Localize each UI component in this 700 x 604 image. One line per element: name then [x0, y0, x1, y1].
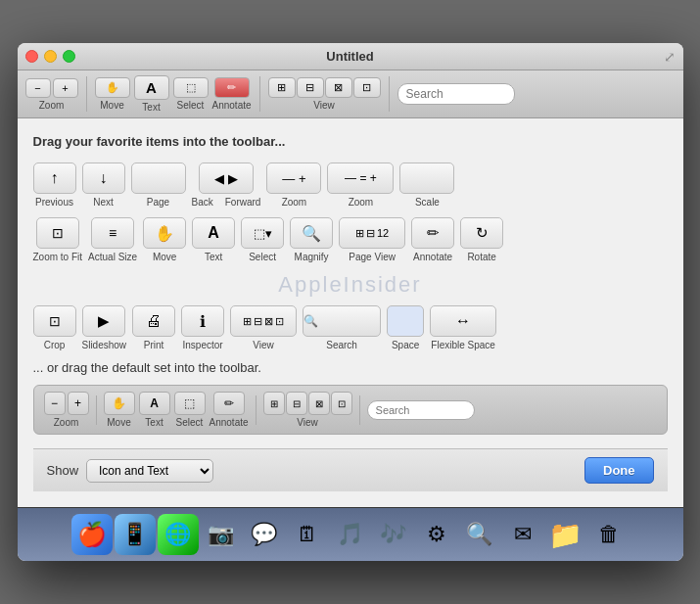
item-inspector[interactable]: ℹ Inspector: [181, 305, 224, 350]
item-zoom-full[interactable]: — = + Zoom: [327, 163, 394, 208]
move-toolbar-btn[interactable]: ✋: [95, 77, 130, 98]
toolbar-group-move: ✋ Move: [95, 77, 130, 111]
item-slideshow[interactable]: ▶ Slideshow: [82, 305, 127, 350]
annotate-toolbar-label: Annotate: [212, 100, 252, 111]
dock-icon-safari[interactable]: 🌐: [158, 514, 199, 555]
search-input[interactable]: [397, 83, 515, 105]
dock-icon-calendar[interactable]: 🗓: [287, 514, 328, 555]
item-flexible-space[interactable]: ↔ Flexible Space: [430, 305, 496, 350]
view-1-toolbar-btn[interactable]: ⊞: [268, 77, 296, 98]
item-search[interactable]: 🔍 Search: [303, 305, 381, 350]
dock-icon-photos[interactable]: 📷: [201, 514, 242, 555]
select-toolbar-label: Select: [177, 100, 205, 111]
bottom-bar: Show Icon and Text Icon Only Text Only D…: [33, 448, 668, 491]
item-move[interactable]: ✋ Move: [143, 217, 186, 262]
dock-icon-folder[interactable]: 📁: [545, 514, 586, 555]
minimize-button[interactable]: [44, 50, 57, 63]
default-view-2-btn[interactable]: ⊟: [286, 392, 307, 415]
item-magnify[interactable]: 🔍 Magnify: [290, 217, 333, 262]
item-scale[interactable]: Scale: [399, 163, 454, 208]
default-group-annotate: ✏ Annotate: [210, 392, 249, 428]
item-print[interactable]: 🖨 Print: [132, 305, 175, 350]
text-toolbar-btn[interactable]: A: [134, 75, 169, 100]
default-sep-3: [359, 395, 360, 425]
item-zoom-minus-plus[interactable]: — + Zoom: [266, 163, 321, 208]
item-annotate[interactable]: ✏ Annotate: [411, 217, 454, 262]
zoom-toolbar-label: Zoom: [39, 100, 65, 111]
show-select[interactable]: Icon and Text Icon Only Text Only: [86, 459, 213, 483]
toolbar-group-view: ⊞ ⊟ ⊠ ⊡ View: [268, 77, 381, 111]
dock-icon-itunes[interactable]: 🎶: [373, 514, 414, 555]
default-annotate-btn[interactable]: ✏: [213, 392, 245, 415]
traffic-lights: [25, 50, 75, 63]
item-space[interactable]: Space: [387, 305, 424, 350]
customize-toolbar-panel: Drag your favorite items into the toolba…: [18, 118, 683, 507]
item-text[interactable]: A Text: [192, 217, 235, 262]
dock: 🍎 📱 🌐 📷 💬 🗓 🎵 🎶 ⚙ 🔍 ✉ 📁 🗑: [18, 507, 683, 561]
toolbar-group-select: ⬚ Select: [173, 77, 209, 111]
move-toolbar-label: Move: [100, 100, 123, 111]
dock-icon-mail[interactable]: ✉: [502, 514, 543, 555]
toolbar-items-row-3: ⊡ Crop ▶ Slideshow 🖨 Print ℹ Inspector ⊞…: [33, 305, 668, 350]
default-move-btn[interactable]: ✋: [104, 392, 135, 415]
window-title: Untitled: [326, 49, 373, 64]
default-zoom-in-btn[interactable]: +: [68, 392, 89, 415]
default-sep-2: [256, 395, 257, 425]
zoom-in-toolbar-btn[interactable]: +: [53, 78, 78, 98]
item-next[interactable]: ↓ Next: [82, 163, 125, 208]
item-page[interactable]: Page: [131, 163, 186, 208]
item-actual-size[interactable]: ≡ Actual Size: [88, 217, 137, 262]
select-toolbar-btn[interactable]: ⬚: [173, 77, 209, 98]
item-zoom-to-fit[interactable]: ⊡ Zoom to Fit: [33, 217, 83, 262]
annotate-toolbar-btn[interactable]: ✏: [214, 77, 250, 98]
default-zoom-out-btn[interactable]: −: [44, 392, 66, 415]
titlebar: Untitled ⤢: [18, 43, 683, 70]
watermark-text: AppleInsider: [33, 272, 668, 298]
resize-icon[interactable]: ⤢: [664, 49, 676, 65]
default-sep-1: [96, 395, 97, 425]
close-button[interactable]: [25, 50, 38, 63]
default-toolbar-strip: − + Zoom ✋ Move A Text ⬚ Select ✏ Annota…: [33, 385, 668, 435]
dock-icon-finder[interactable]: 🍎: [71, 514, 113, 555]
item-rotate[interactable]: ↻ Rotate: [460, 217, 503, 262]
dock-icon-search[interactable]: 🔍: [459, 514, 500, 555]
item-select[interactable]: ⬚▾ Select: [241, 217, 284, 262]
zoom-out-toolbar-btn[interactable]: −: [25, 78, 51, 98]
dock-icon-settings[interactable]: ⚙: [416, 514, 457, 555]
item-page-view[interactable]: ⊞⊟12 Page View: [339, 217, 405, 262]
default-view-4-btn[interactable]: ⊡: [331, 392, 352, 415]
toolbar-group-annotate: ✏ Annotate: [212, 77, 252, 111]
view-toolbar-label: View: [313, 100, 335, 111]
dock-icon-appstore[interactable]: 📱: [115, 514, 156, 555]
item-view[interactable]: ⊞⊟⊠⊡ View: [230, 305, 297, 350]
toolbar-group-zoom: − + Zoom: [25, 78, 78, 111]
item-crop[interactable]: ⊡ Crop: [33, 305, 76, 350]
default-search-input[interactable]: [367, 400, 475, 420]
default-select-btn[interactable]: ⬚: [174, 392, 206, 415]
drag-instruction-text: Drag your favorite items into the toolba…: [33, 134, 668, 149]
done-button[interactable]: Done: [584, 457, 654, 484]
dock-icon-messages[interactable]: 💬: [244, 514, 285, 555]
toolbar-items-row-2: ⊡ Zoom to Fit ≡ Actual Size ✋ Move A Tex…: [33, 217, 668, 262]
item-back-forward[interactable]: ◀ ▶ Back Forward: [192, 163, 261, 208]
drag-default-text: ... or drag the default set into the too…: [33, 360, 668, 375]
item-previous[interactable]: ↑ Previous: [33, 163, 76, 208]
default-group-select: ⬚ Select: [174, 392, 206, 428]
text-toolbar-label: Text: [142, 102, 160, 113]
dock-icon-music[interactable]: 🎵: [330, 514, 371, 555]
main-toolbar: − + Zoom ✋ Move A Text ⬚ Select ✏ Annota…: [18, 70, 683, 118]
view-3-toolbar-btn[interactable]: ⊠: [325, 77, 352, 98]
view-4-toolbar-btn[interactable]: ⊡: [353, 77, 381, 98]
toolbar-sep-3: [389, 76, 390, 112]
dock-icon-trash[interactable]: 🗑: [588, 514, 630, 555]
default-text-btn[interactable]: A: [139, 392, 170, 415]
maximize-button[interactable]: [63, 50, 75, 63]
default-group-text: A Text: [139, 392, 170, 428]
default-view-1-btn[interactable]: ⊞: [263, 392, 285, 415]
default-group-move: ✋ Move: [104, 392, 135, 428]
default-view-3-btn[interactable]: ⊠: [308, 392, 330, 415]
default-group-view: ⊞ ⊟ ⊠ ⊡ View: [263, 392, 352, 428]
default-group-zoom: − + Zoom: [44, 392, 89, 428]
show-label: Show: [47, 463, 79, 478]
view-2-toolbar-btn[interactable]: ⊟: [297, 77, 324, 98]
